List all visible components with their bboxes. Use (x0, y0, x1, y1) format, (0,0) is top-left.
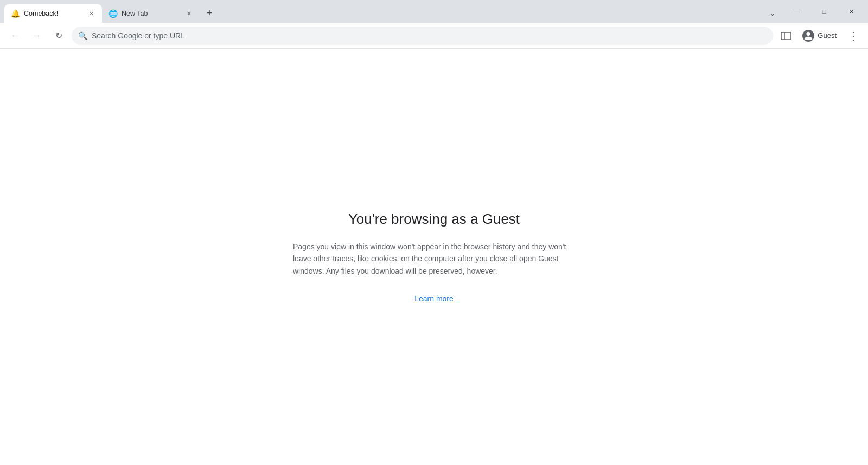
page-content: You're browsing as a Guest Pages you vie… (0, 49, 868, 465)
title-bar: 🔔 Comeback! ✕ 🌐 New Tab ✕ + ⌄ — □ ✕ (0, 0, 868, 23)
tab-comeback[interactable]: 🔔 Comeback! ✕ (4, 4, 102, 23)
learn-more-link[interactable]: Learn more (414, 294, 454, 303)
tab-newtab-title: New Tab (122, 10, 180, 17)
tab-new-tab[interactable]: 🌐 New Tab ✕ (102, 4, 200, 23)
sidebar-button[interactable] (777, 27, 795, 44)
profile-button[interactable]: Guest (797, 28, 842, 44)
reload-icon: ↻ (55, 30, 62, 41)
back-icon: ← (11, 31, 20, 41)
profile-label: Guest (818, 31, 837, 40)
tab-newtab-favicon: 🌐 (108, 9, 117, 18)
search-icon: 🔍 (78, 31, 87, 40)
avatar (802, 30, 814, 42)
guest-container: You're browsing as a Guest Pages you vie… (293, 211, 575, 303)
maximize-button[interactable]: □ (812, 3, 837, 20)
sidebar-icon (781, 32, 791, 40)
tab-newtab-close[interactable]: ✕ (184, 9, 193, 18)
page-title: You're browsing as a Guest (348, 211, 520, 228)
tab-comeback-favicon: 🔔 (11, 9, 20, 18)
back-button[interactable]: ← (7, 27, 24, 44)
profile-icon (803, 31, 813, 41)
address-bar-placeholder: Search Google or type URL (92, 31, 767, 40)
minimize-button[interactable]: — (784, 3, 809, 20)
page-description: Pages you view in this window won't appe… (293, 241, 575, 277)
close-button[interactable]: ✕ (839, 3, 864, 20)
new-tab-button[interactable]: + (202, 5, 217, 21)
menu-icon: ⋮ (848, 29, 858, 42)
tab-comeback-title: Comeback! (24, 10, 82, 17)
toolbar-right: Guest ⋮ (777, 27, 861, 44)
tab-comeback-close[interactable]: ✕ (87, 9, 95, 18)
address-bar[interactable]: 🔍 Search Google or type URL (72, 27, 773, 45)
window-controls: — □ ✕ (780, 0, 868, 23)
svg-rect-0 (781, 32, 791, 40)
tab-search-button[interactable]: ⌄ (765, 5, 780, 21)
reload-button[interactable]: ↻ (50, 27, 67, 44)
forward-icon: → (33, 31, 41, 41)
forward-button[interactable]: → (28, 27, 46, 44)
tab-list: 🔔 Comeback! ✕ 🌐 New Tab ✕ + (0, 0, 765, 23)
toolbar: ← → ↻ 🔍 Search Google or type URL Guest … (0, 23, 868, 49)
menu-button[interactable]: ⋮ (844, 27, 861, 44)
